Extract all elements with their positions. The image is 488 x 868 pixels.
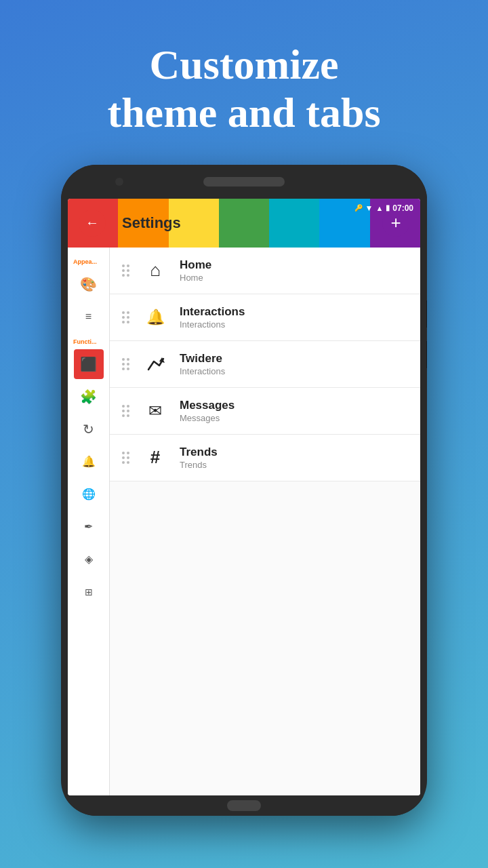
item-title: Trends (180, 446, 409, 459)
hash-icon: # (142, 444, 169, 471)
item-subtitle: Messages (180, 413, 409, 423)
drag-handle[interactable] (121, 402, 131, 420)
volume-up-button (426, 300, 427, 328)
sidebar: Appea... 🎨 ≡ Functi... ⬛ 🧩 ↻ 🔔 🌐 ✒ ◈ ⊞ (68, 248, 110, 795)
sidebar-icon-pen[interactable]: ✒ (74, 512, 104, 542)
item-text-interactions: Interactions Interactions (180, 305, 409, 330)
function-label: Functi... (68, 338, 109, 345)
list-item[interactable]: # Trends Trends (110, 435, 420, 481)
appearance-label: Appea... (68, 258, 109, 265)
drag-handle[interactable] (121, 449, 131, 467)
headline-line1: Customize (150, 41, 339, 87)
main-content: Appea... 🎨 ≡ Functi... ⬛ 🧩 ↻ 🔔 🌐 ✒ ◈ ⊞ (68, 248, 420, 795)
item-text-home: Home Home (180, 258, 409, 283)
drag-handle[interactable] (121, 309, 131, 326)
drag-handle[interactable] (121, 262, 131, 279)
volume-down-button (426, 341, 427, 368)
twidere-icon (142, 351, 169, 378)
phone-screen: 🔑 ▼ ▲ ▮ 07:00 ← Settings + (68, 199, 420, 795)
list-item[interactable]: Twidere Interactions (110, 341, 420, 388)
item-text-twidere: Twidere Interactions (180, 352, 409, 376)
key-icon: 🔑 (354, 204, 363, 212)
sidebar-icon-puzzle[interactable]: 🧩 (74, 382, 104, 412)
sidebar-icon-tabs-active[interactable]: ⬛ (74, 349, 104, 379)
list-item[interactable]: 🔔 Interactions Interactions (110, 294, 420, 341)
phone-top-bar (61, 165, 427, 199)
status-icons: 🔑 ▼ ▲ ▮ 07:00 (354, 203, 413, 213)
status-bar: 🔑 ▼ ▲ ▮ 07:00 (68, 199, 420, 218)
item-subtitle: Home (180, 273, 409, 283)
speaker (203, 177, 285, 186)
item-title: Interactions (180, 305, 409, 319)
sidebar-icon-list[interactable]: ≡ (74, 302, 104, 332)
sidebar-icon-notification[interactable]: 🔔 (74, 447, 104, 477)
item-text-trends: Trends Trends (180, 446, 409, 470)
home-icon: ⌂ (142, 257, 169, 284)
item-subtitle: Trends (180, 460, 409, 470)
item-title: Twidere (180, 352, 409, 366)
phone-frame: 🔑 ▼ ▲ ▮ 07:00 ← Settings + (61, 165, 427, 816)
item-text-messages: Messages Messages (180, 399, 409, 423)
time-display: 07:00 (392, 203, 413, 213)
headline-line2: theme and tabs (107, 90, 380, 136)
mail-icon: ✉ (142, 397, 169, 425)
wifi-icon: ▼ (365, 203, 373, 213)
item-subtitle: Interactions (180, 366, 409, 376)
sidebar-icon-refresh[interactable]: ↻ (74, 414, 104, 444)
bell-icon: 🔔 (142, 304, 169, 331)
phone-bottom (61, 795, 427, 816)
item-title: Messages (180, 399, 409, 412)
battery-icon: ▮ (386, 203, 390, 212)
tab-list: ⌂ Home Home 🔔 (110, 248, 420, 795)
sidebar-icon-bird[interactable]: ◈ (74, 545, 104, 574)
sidebar-icon-grid[interactable]: ⊞ (74, 577, 104, 607)
camera-dot (115, 178, 123, 186)
list-item[interactable]: ⌂ Home Home (110, 248, 420, 294)
list-item[interactable]: ✉ Messages Messages (110, 388, 420, 435)
sidebar-icon-globe[interactable]: 🌐 (74, 479, 104, 509)
item-subtitle: Interactions (180, 319, 409, 330)
drag-handle[interactable] (121, 355, 131, 373)
home-button (227, 800, 261, 811)
sidebar-icon-palette[interactable]: 🎨 (74, 269, 104, 299)
headline: Customize theme and tabs (80, 41, 407, 138)
item-title: Home (180, 258, 409, 272)
signal-icon: ▲ (375, 204, 383, 212)
phone-mockup: 🔑 ▼ ▲ ▮ 07:00 ← Settings + (61, 165, 427, 816)
